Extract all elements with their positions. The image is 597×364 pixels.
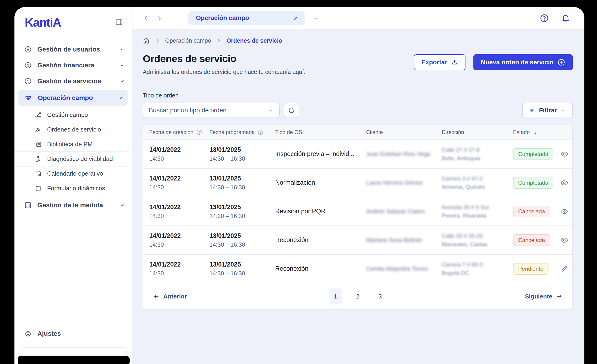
- address-blurred: Carrera 3 # 47-2: [442, 175, 513, 182]
- order-type: Inspección previa – individ...: [275, 150, 366, 158]
- pagination-next[interactable]: Siguiente: [525, 293, 563, 300]
- col-header-type[interactable]: Tipo de OS: [275, 129, 302, 135]
- sidebar-collapse-icon[interactable]: [115, 18, 123, 26]
- arrow-left-icon: [153, 293, 159, 300]
- nav-forward-icon[interactable]: [156, 15, 163, 22]
- created-time: 14:30: [149, 241, 209, 248]
- edit-order-button[interactable]: [557, 265, 572, 273]
- client-name-blurred: Laura Herrera Gómez: [366, 179, 442, 186]
- scheduled-time: 14:30 – 16:30: [209, 155, 275, 162]
- pagination-next-label: Siguiente: [525, 293, 552, 300]
- order-type: Revisión por PQR: [275, 208, 366, 215]
- client-name-blurred: Juan Esteban Ríos Vega: [366, 151, 442, 157]
- sidebar-subitem-gestion-campo[interactable]: Gestión campo: [15, 108, 129, 122]
- chevron-up-icon: [119, 95, 125, 101]
- sidebar-item-label: Ajustes: [37, 330, 125, 337]
- order-type-select[interactable]: Buscar por un tipo de orden: [143, 103, 280, 118]
- help-circle-icon[interactable]: [196, 129, 202, 135]
- sidebar-subitem-label: Formulario dinámicos: [47, 185, 105, 192]
- table-row[interactable]: 14/01/202214:30 13/01/202514:30 – 16:30 …: [143, 197, 572, 225]
- filter-button[interactable]: Filtrar: [522, 103, 573, 118]
- scheduled-time: 14:30 – 16:30: [209, 184, 275, 191]
- pagination-previous[interactable]: Anterior: [153, 293, 329, 300]
- eye-icon: [560, 150, 569, 158]
- app-window: KantiA Gestión de usuarios Gestión finan…: [15, 7, 584, 364]
- plus-circle-icon: [557, 58, 565, 66]
- sidebar-item-gestion-medida[interactable]: Gestion de la medida: [15, 197, 132, 213]
- sidebar-item-label: Gestión financiera: [37, 62, 114, 69]
- created-date: 14/01/2022: [149, 204, 209, 211]
- sidebar-subitem-biblioteca-pm[interactable]: Biblioteca de PM: [15, 137, 129, 151]
- help-circle-icon[interactable]: [258, 129, 264, 135]
- view-order-button[interactable]: [557, 236, 572, 244]
- download-icon: [451, 59, 458, 66]
- sidebar-item-label: Operación campo: [38, 94, 113, 102]
- view-order-button[interactable]: [557, 179, 572, 187]
- sidebar-item-operacion-campo[interactable]: Operación campo: [18, 90, 128, 106]
- created-date: 14/01/2022: [149, 146, 209, 153]
- filter-button-label: Filtrar: [539, 107, 557, 114]
- eye-icon: [560, 179, 569, 187]
- order-type: Reconexión: [275, 237, 366, 244]
- breadcrumb-level1[interactable]: Operación campo: [165, 37, 211, 44]
- table-row[interactable]: 14/01/202214:30 13/01/202514:30 – 16:30 …: [143, 254, 572, 283]
- chevron-down-icon: [561, 108, 566, 113]
- sidebar-subitem-formularios[interactable]: Formulario dinámicos: [15, 181, 129, 195]
- sidebar-subitem-label: Biblioteca de PM: [47, 141, 93, 148]
- refresh-button[interactable]: [284, 103, 299, 118]
- col-header-address[interactable]: Dirección: [442, 129, 464, 135]
- page-number-2[interactable]: 2: [351, 288, 364, 305]
- dollar-circle-icon: [24, 77, 32, 85]
- page-title: Ordenes de servicio: [143, 53, 306, 64]
- nav-back-icon[interactable]: [143, 15, 150, 22]
- page-number-3[interactable]: 3: [373, 288, 387, 305]
- table-row[interactable]: 14/01/202214:30 13/01/202514:30 – 16:30 …: [143, 225, 572, 254]
- orders-table: Fecha de creación Fecha programada Tipo …: [143, 125, 573, 310]
- sidebar-item-gestion-usuarios[interactable]: Gestión de usuarios: [15, 41, 132, 57]
- scheduled-date: 13/01/2025: [209, 146, 275, 153]
- table-row[interactable]: 14/01/202214:30 13/01/202514:30 – 16:30 …: [143, 140, 572, 168]
- help-icon[interactable]: [540, 14, 549, 23]
- add-tab-icon[interactable]: [313, 15, 320, 22]
- table-row[interactable]: 14/01/202214:30 13/01/202514:30 – 16:30 …: [143, 168, 572, 197]
- export-button[interactable]: Exportar: [414, 54, 465, 70]
- view-order-button[interactable]: [557, 207, 572, 216]
- chevron-down-icon: [119, 78, 125, 84]
- col-header-created[interactable]: Fecha de creación: [149, 129, 193, 135]
- created-date: 14/01/2022: [149, 261, 209, 268]
- notifications-bell-icon[interactable]: [561, 14, 570, 23]
- pagination: Anterior 1 2 3 Siguiente: [143, 283, 572, 309]
- sidebar-subitem-calendario[interactable]: Calendario operativo: [15, 166, 129, 181]
- col-header-scheduled[interactable]: Fecha programada: [209, 129, 255, 135]
- scheduled-time: 14:30 – 16:30: [209, 270, 275, 277]
- workflow-icon: [35, 112, 41, 118]
- scheduled-time: 14:30 – 16:30: [209, 241, 275, 248]
- created-time: 14:30: [149, 270, 209, 277]
- created-date: 14/01/2022: [149, 232, 209, 239]
- scheduled-date: 13/01/2025: [209, 261, 275, 268]
- tab-bar: Operación campo: [133, 7, 584, 30]
- main-area: Operación campo Operación campo Ordenes …: [133, 7, 584, 364]
- page-number-1[interactable]: 1: [329, 288, 342, 305]
- sidebar-subitem-diagnostico[interactable]: Diagnóstico de viablidad: [15, 151, 129, 166]
- tab-operacion-campo[interactable]: Operación campo: [189, 11, 305, 25]
- page-content: Operación campo Ordenes de servicio Orde…: [133, 30, 584, 364]
- col-header-status[interactable]: Estado: [513, 129, 530, 135]
- col-header-client[interactable]: Cliente: [366, 129, 383, 135]
- address-city: Pereira, Risaralda: [442, 213, 513, 219]
- chevron-down-icon: [119, 202, 125, 208]
- home-icon[interactable]: [143, 37, 150, 44]
- created-date: 14/01/2022: [149, 175, 209, 182]
- view-order-button[interactable]: [557, 150, 572, 158]
- sidebar-item-gestion-servicios[interactable]: Gestión de servicios: [15, 73, 132, 89]
- bar-chart-icon: [24, 201, 32, 209]
- sidebar-subitem-label: Ordenes de servicio: [47, 126, 101, 133]
- sort-desc-icon[interactable]: [533, 130, 538, 135]
- close-icon[interactable]: [293, 16, 298, 21]
- address-city: Armenia, Quindío: [442, 184, 513, 190]
- client-name-blurred: Camila Alejandra Torres: [366, 265, 442, 272]
- new-order-button[interactable]: Nueva orden de servicio: [473, 54, 573, 70]
- sidebar-item-ajustes[interactable]: Ajustes: [15, 326, 132, 342]
- sidebar-item-gestion-financiera[interactable]: Gestión financiera: [15, 57, 132, 73]
- sidebar-subitem-ordenes-servicio[interactable]: Ordenes de servicio: [15, 122, 129, 137]
